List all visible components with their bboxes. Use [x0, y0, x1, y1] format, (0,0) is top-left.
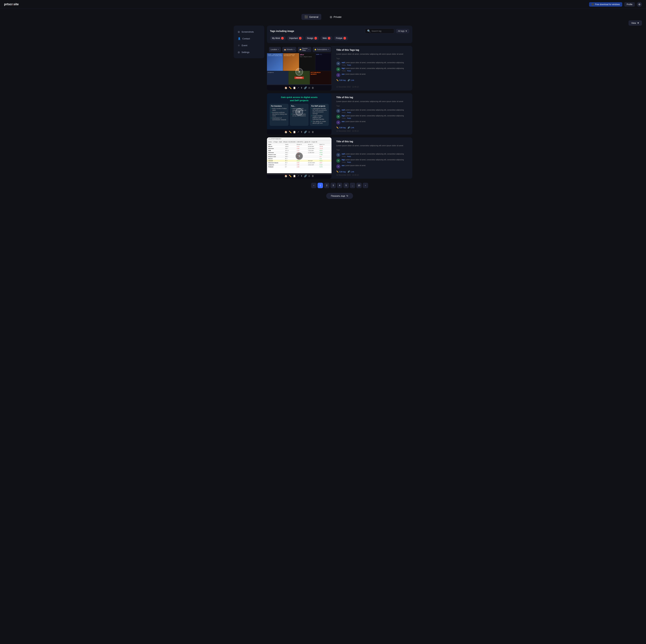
upload-icon[interactable]: ⬆: [301, 87, 303, 89]
screenshot-card-1: Location ▼ 🏫 Schools ▼ 📁 Source Files ▼: [267, 46, 412, 91]
defi-col-title: For...: [291, 105, 307, 107]
tab-general[interactable]: ⬛ General: [301, 14, 321, 20]
crypto-val: Цена % ч: [319, 144, 330, 145]
edit-tag-link-2[interactable]: ✏️ Edit tag: [336, 126, 346, 129]
reply-button[interactable]: Reply: [347, 64, 351, 66]
tag-chip-fristyle[interactable]: Fristyle 🔴: [334, 36, 348, 40]
crypto-volume: 11,553.342*: [308, 152, 319, 153]
preview-cell-7: PITTSBURGHWORKS: [310, 71, 331, 84]
search-input[interactable]: [371, 30, 392, 32]
link-icon[interactable]: 🔗: [304, 175, 307, 177]
edit-tag-link-1[interactable]: ✏️ Edit tag: [336, 79, 346, 81]
tag-chip-important[interactable]: Important 🔴: [287, 36, 304, 40]
edit-icon[interactable]: ✏️: [289, 131, 292, 133]
share-icon[interactable]: ↗: [297, 87, 299, 89]
tag-chip-mywork[interactable]: My Work 🔴: [270, 36, 286, 40]
page-button-2[interactable]: 2: [324, 183, 329, 188]
sidebar-item-screenshots[interactable]: ◎ Screenshots: [236, 29, 262, 35]
crypto-change: -2.06: [297, 166, 307, 168]
edit-icon[interactable]: ✏️: [289, 87, 292, 89]
link-link-2[interactable]: 🔗 Link: [348, 126, 354, 129]
upload-icon[interactable]: ⬆: [301, 175, 303, 177]
reply-button[interactable]: Reply: [347, 117, 351, 119]
crypto-volume: 15,003.5484*: [308, 162, 319, 164]
loc-chip-location[interactable]: Location ▼: [269, 47, 281, 52]
ellipsis: ...: [352, 184, 353, 187]
tag-info-actions-1: ✏️ Edit tag 🔗 Link: [336, 79, 410, 81]
show-more-button[interactable]: Показать еще ↻: [326, 193, 353, 199]
logo-text: prtscr.site: [4, 3, 19, 6]
crypto-day: +24.5: [319, 152, 330, 153]
link-link-1[interactable]: 🔗 Link: [348, 79, 354, 81]
comment-text: bigi Lorem ipsum dolor sit amet, consect…: [342, 115, 404, 117]
reply-button[interactable]: Reply: [347, 70, 351, 72]
edit-tag-link-3[interactable]: ✏️ Edit tag: [336, 171, 346, 173]
comment-username: xxx: [342, 73, 345, 75]
comment-time: Today: [342, 70, 346, 72]
slash-icon[interactable]: ⊘: [308, 87, 310, 89]
crypto-name: Ethereum Classic: [268, 162, 285, 164]
reply-button[interactable]: Reply: [347, 112, 351, 113]
reply-button[interactable]: Reply: [347, 155, 351, 157]
tab-private[interactable]: ◎ Private: [327, 14, 345, 20]
download-button[interactable]: ⬛ Free download for windows: [589, 2, 622, 7]
reply-button[interactable]: Reply: [347, 162, 351, 163]
sidebar-item-settings[interactable]: ◎ Settings: [236, 49, 262, 55]
copy-icon[interactable]: 📋: [293, 175, 296, 177]
share-icon[interactable]: ↗: [297, 175, 299, 177]
logo: prtscr.site: [4, 3, 19, 6]
page-button-3[interactable]: 3: [330, 183, 336, 188]
all-tags-button[interactable]: All tags ▼: [396, 29, 409, 33]
profile-button[interactable]: Profile: [624, 2, 635, 7]
edit-icon[interactable]: ✏️: [289, 175, 292, 177]
page-button-10[interactable]: 10: [356, 183, 362, 188]
crypto-price: 152.7: [285, 148, 296, 149]
view-button[interactable]: View ▼: [629, 20, 642, 26]
plus-circle-icon[interactable]: +: [296, 68, 303, 76]
link-link-3[interactable]: 🔗 Link: [348, 171, 354, 173]
page-button-1[interactable]: 1: [318, 183, 323, 188]
link-label: Link: [351, 171, 354, 173]
home-icon[interactable]: 🏠: [285, 131, 287, 133]
link-icon[interactable]: 🔗: [304, 87, 307, 89]
slash-icon[interactable]: ⊘: [308, 131, 310, 133]
comment-time: Today: [342, 155, 346, 157]
share-icon[interactable]: ↗: [297, 131, 299, 133]
page-button-5[interactable]: 5: [343, 183, 349, 188]
prev-page-button[interactable]: ‹: [311, 183, 317, 188]
home-icon[interactable]: 🏠: [285, 87, 287, 89]
page-button-4[interactable]: 4: [337, 183, 342, 188]
home-icon[interactable]: 🏠: [285, 175, 287, 177]
avatar-null-3: N: [336, 153, 340, 157]
comment-text: bigi Lorem ipsum dolor sit amet, consect…: [342, 67, 404, 70]
link-icon[interactable]: 🔗: [304, 131, 307, 133]
trash-icon[interactable]: 🗑: [312, 131, 314, 133]
next-page-button[interactable]: ›: [363, 183, 368, 188]
loc-chip-source[interactable]: 📁 Source Files ▼: [298, 47, 311, 52]
settings-icon-button[interactable]: ⚙: [637, 2, 642, 7]
tag-chip-design[interactable]: Design 🔴: [305, 36, 319, 40]
crypto-change: -0.85: [297, 164, 307, 166]
edit-icon: ✏️: [336, 79, 339, 81]
plus-circle-icon-3[interactable]: +: [296, 152, 303, 160]
event-icon: ☆: [238, 44, 240, 47]
trash-icon[interactable]: 🗑: [312, 87, 314, 89]
sidebar-item-event[interactable]: ☆ Event: [236, 42, 262, 48]
crypto-day: +0.75: [319, 166, 330, 168]
slash-icon[interactable]: ⊘: [308, 175, 310, 177]
copy-icon[interactable]: 📋: [293, 87, 296, 89]
tab-private-label: Private: [333, 15, 341, 18]
trash-icon[interactable]: 🗑: [312, 175, 314, 177]
crypto-volume: 7,510.394*: [308, 150, 319, 151]
comment-time: Today: [342, 162, 346, 163]
loc-chip-schools[interactable]: 🏫 Schools ▼: [282, 47, 297, 52]
copy-icon[interactable]: 📋: [293, 131, 296, 133]
comment-list-1: N null Lorem ipsum dolor sit amet, conse…: [336, 62, 410, 77]
chevron-icon: ▼: [308, 49, 310, 50]
tag-chip-web[interactable]: Web 🔴: [320, 36, 332, 40]
loc-chip-subscriptions[interactable]: ⭐ Subscriptions ▼: [313, 47, 331, 52]
tag-info-panel-2: Title of this tag Lorem ipsum dolor sit …: [333, 93, 412, 135]
upload-icon[interactable]: ⬆: [301, 131, 303, 133]
plus-circle-icon-2[interactable]: +: [296, 108, 303, 116]
sidebar-item-contact[interactable]: 👤 Contact: [236, 35, 262, 41]
